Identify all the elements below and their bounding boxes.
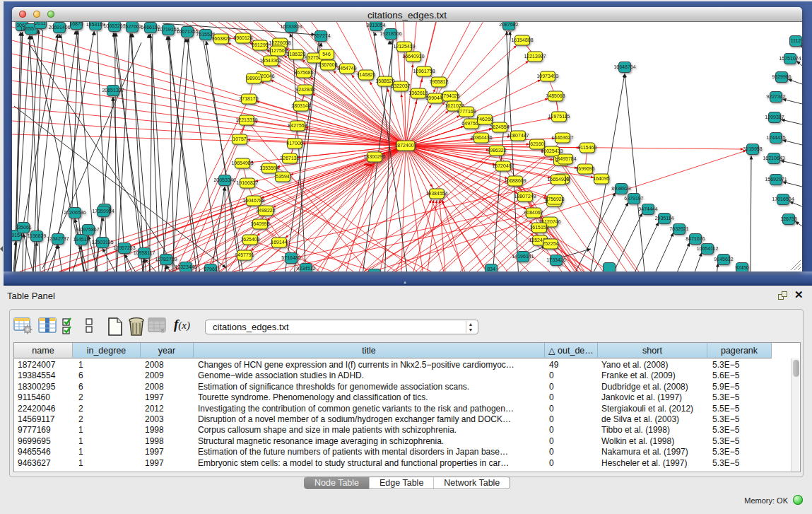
svg-text:1244415: 1244415 (766, 135, 785, 140)
svg-text:8186323: 8186323 (286, 52, 305, 57)
svg-text:746266: 746266 (476, 117, 493, 122)
svg-text:3498222: 3498222 (256, 208, 275, 213)
svg-text:62160: 62160 (530, 141, 544, 146)
svg-text:16543362: 16543362 (259, 58, 281, 63)
svg-text:9234512: 9234512 (296, 266, 315, 271)
svg-text:9242848: 9242848 (295, 87, 314, 92)
svg-text:20691406: 20691406 (48, 25, 70, 30)
svg-text:9227342: 9227342 (766, 94, 785, 99)
svg-text:87961: 87961 (204, 267, 218, 271)
svg-text:7955812: 7955812 (429, 79, 448, 84)
svg-text:7625402: 7625402 (240, 237, 259, 242)
svg-text:9245612: 9245612 (714, 257, 733, 262)
svg-text:417006: 417006 (286, 141, 302, 146)
svg-text:164095: 164095 (593, 176, 609, 181)
svg-text:14463627: 14463627 (551, 135, 573, 140)
svg-text:2935114: 2935114 (655, 216, 674, 221)
svg-text:10757: 10757 (233, 136, 247, 141)
svg-text:2087682: 2087682 (499, 22, 518, 27)
svg-text:1615152: 1615152 (529, 225, 548, 230)
svg-text:20053346: 20053346 (213, 177, 235, 182)
svg-text:16875: 16875 (69, 22, 83, 26)
svg-text:8427552: 8427552 (288, 123, 307, 128)
svg-text:9115460: 9115460 (578, 145, 597, 150)
svg-text:8813054: 8813054 (366, 23, 385, 28)
svg-text:3267130: 3267130 (280, 156, 299, 160)
svg-text:16654923: 16654923 (547, 177, 569, 182)
svg-text:1527602: 1527602 (122, 24, 141, 29)
svg-text:16154808: 16154808 (511, 37, 533, 42)
svg-text:17359934: 17359934 (92, 209, 114, 214)
svg-text:16782759: 16782759 (155, 257, 177, 262)
svg-text:2367608: 2367608 (318, 62, 337, 67)
svg-text:1733426: 1733426 (546, 257, 565, 262)
svg-text:10807487: 10807487 (507, 133, 529, 138)
svg-text:10654112: 10654112 (697, 246, 719, 251)
svg-text:10688609: 10688609 (504, 178, 526, 183)
svg-text:1362615: 1362615 (408, 90, 428, 95)
svg-text:2718170: 2718170 (239, 96, 258, 101)
svg-text:53594: 53594 (276, 174, 290, 179)
svg-text:9329966: 9329966 (772, 74, 791, 79)
svg-text:7357274: 7357274 (311, 33, 330, 38)
svg-text:7632621: 7632621 (669, 226, 688, 231)
svg-text:834: 834 (487, 267, 495, 271)
svg-text:16210643: 16210643 (763, 156, 784, 160)
svg-text:7485063: 7485063 (546, 93, 565, 98)
svg-text:1588520: 1588520 (375, 78, 394, 83)
svg-text:9084067: 9084067 (524, 210, 543, 215)
svg-text:2803144: 2803144 (291, 103, 310, 108)
svg-text:1353594: 1353594 (259, 165, 278, 170)
svg-text:39154: 39154 (12, 233, 23, 238)
svg-text:13495784: 13495784 (554, 156, 576, 161)
svg-text:15751074: 15751074 (779, 56, 801, 61)
svg-text:16671355: 16671355 (176, 29, 198, 34)
svg-text:18300295: 18300295 (363, 154, 385, 159)
svg-text:5322037: 5322037 (391, 83, 410, 88)
svg-text:20206536: 20206536 (64, 210, 86, 215)
svg-text:2011: 2011 (35, 22, 45, 25)
svg-text:8938923: 8938923 (611, 186, 630, 191)
svg-text:8960124: 8960124 (233, 35, 252, 40)
svg-text:12213319: 12213319 (235, 117, 257, 122)
svg-text:6379197: 6379197 (624, 196, 643, 201)
svg-text:9777169: 9777169 (457, 109, 476, 114)
svg-text:19166827: 19166827 (236, 180, 258, 185)
svg-text:6794028: 6794028 (440, 93, 459, 98)
svg-text:15692971: 15692971 (765, 177, 787, 182)
svg-text:13226058: 13226058 (269, 40, 290, 45)
svg-text:17016504: 17016504 (772, 197, 794, 201)
svg-text:12342737: 12342737 (47, 236, 69, 241)
svg-text:252254: 252254 (542, 241, 558, 246)
svg-text:19654983: 19654983 (231, 160, 253, 165)
svg-text:92450: 92450 (735, 265, 749, 270)
svg-text:12213987: 12213987 (524, 54, 546, 59)
svg-text:15720407: 15720407 (492, 163, 514, 168)
svg-text:9146821: 9146821 (356, 72, 375, 77)
svg-text:126753: 126753 (780, 216, 796, 221)
svg-text:16033809: 16033809 (280, 24, 302, 29)
svg-text:20364436: 20364436 (470, 135, 492, 140)
svg-text:18807249: 18807249 (514, 194, 536, 199)
svg-text:16648764: 16648764 (613, 64, 635, 69)
svg-text:546: 546 (322, 52, 331, 57)
svg-text:1209387: 1209387 (765, 115, 784, 119)
svg-text:16640910: 16640910 (402, 54, 424, 59)
svg-text:1853119: 1853119 (86, 22, 105, 27)
svg-text:3624554: 3624554 (490, 124, 509, 129)
svg-text:16046788: 16046788 (242, 198, 264, 203)
svg-text:9474444: 9474444 (638, 206, 657, 211)
svg-text:9127503: 9127503 (268, 48, 287, 53)
svg-text:1756928: 1756928 (545, 197, 564, 201)
svg-text:3215958: 3215958 (743, 146, 762, 151)
svg-text:8454749: 8454749 (337, 66, 356, 71)
svg-text:7986322: 7986322 (487, 148, 506, 153)
svg-text:169144: 169144 (271, 240, 287, 245)
svg-text:20651307: 20651307 (102, 88, 124, 93)
svg-text:12323446: 12323446 (175, 264, 196, 269)
svg-text:891295: 891295 (252, 42, 268, 47)
svg-text:19218506: 19218506 (379, 31, 401, 36)
svg-text:114519: 114519 (73, 237, 90, 242)
svg-text:7663822: 7663822 (211, 36, 230, 41)
svg-text:17957253: 17957253 (113, 245, 135, 250)
